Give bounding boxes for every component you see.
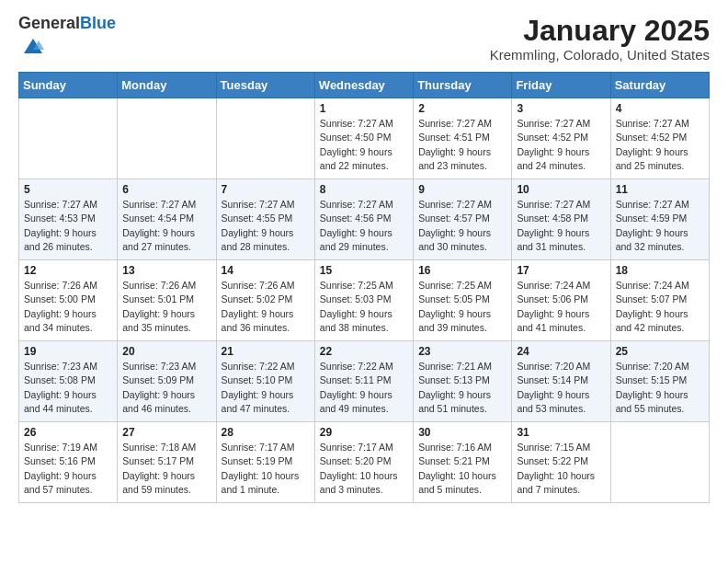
cell-daylight: Daylight: 9 hours and 38 minutes.	[320, 308, 392, 333]
cell-sunset: Sunset: 5:07 PM	[616, 293, 688, 304]
cell-daylight: Daylight: 9 hours and 32 minutes.	[616, 227, 688, 252]
cell-daylight: Daylight: 9 hours and 30 minutes.	[418, 227, 491, 252]
cell-date-number: 14	[222, 264, 310, 277]
cell-sunrise: Sunrise: 7:27 AM	[616, 118, 689, 129]
calendar-cell: 9Sunrise: 7:27 AMSunset: 4:57 PMDaylight…	[414, 179, 512, 260]
cell-daylight: Daylight: 10 hours and 3 minutes.	[320, 470, 398, 495]
cell-daylight: Daylight: 9 hours and 39 minutes.	[418, 308, 491, 333]
cell-sunset: Sunset: 4:50 PM	[320, 132, 392, 143]
calendar-cell: 22Sunrise: 7:22 AMSunset: 5:11 PMDayligh…	[314, 341, 413, 422]
weekday-header: Friday	[512, 73, 610, 98]
calendar-cell: 23Sunrise: 7:21 AMSunset: 5:13 PMDayligh…	[414, 341, 512, 422]
weekday-header: Monday	[118, 73, 216, 98]
cell-info: Sunrise: 7:20 AMSunset: 5:15 PMDaylight:…	[616, 360, 704, 416]
cell-sunrise: Sunrise: 7:27 AM	[616, 199, 689, 210]
cell-info: Sunrise: 7:23 AMSunset: 5:09 PMDaylight:…	[122, 360, 210, 416]
cell-sunset: Sunset: 5:03 PM	[320, 293, 392, 304]
cell-sunrise: Sunrise: 7:19 AM	[24, 442, 97, 453]
cell-info: Sunrise: 7:23 AMSunset: 5:08 PMDaylight:…	[24, 360, 112, 416]
cell-daylight: Daylight: 9 hours and 41 minutes.	[517, 308, 589, 333]
cell-info: Sunrise: 7:17 AMSunset: 5:19 PMDaylight:…	[222, 441, 310, 497]
header: GeneralBlue January 2025 Kremmling, Colo…	[18, 15, 710, 63]
cell-date-number: 23	[418, 345, 506, 358]
cell-info: Sunrise: 7:19 AMSunset: 5:16 PMDaylight:…	[24, 441, 112, 497]
cell-date-number: 4	[616, 102, 704, 115]
cell-sunrise: Sunrise: 7:25 AM	[418, 280, 492, 291]
calendar-cell: 31Sunrise: 7:15 AMSunset: 5:22 PMDayligh…	[512, 422, 610, 503]
calendar-cell	[216, 98, 314, 179]
cell-date-number: 20	[122, 345, 210, 358]
cell-daylight: Daylight: 9 hours and 27 minutes.	[122, 227, 195, 252]
cell-sunrise: Sunrise: 7:22 AM	[222, 361, 295, 372]
title-block: January 2025 Kremmling, Colorado, United…	[490, 15, 710, 63]
calendar-week-row: 19Sunrise: 7:23 AMSunset: 5:08 PMDayligh…	[19, 341, 710, 422]
cell-date-number: 30	[418, 426, 506, 439]
cell-daylight: Daylight: 9 hours and 53 minutes.	[517, 389, 589, 414]
cell-daylight: Daylight: 9 hours and 59 minutes.	[122, 470, 195, 495]
cell-info: Sunrise: 7:27 AMSunset: 4:53 PMDaylight:…	[24, 198, 112, 254]
cell-daylight: Daylight: 9 hours and 23 minutes.	[418, 146, 491, 171]
cell-sunrise: Sunrise: 7:23 AM	[122, 361, 196, 372]
logo-icon	[20, 33, 46, 59]
cell-daylight: Daylight: 9 hours and 34 minutes.	[24, 308, 97, 333]
cell-date-number: 1	[320, 102, 408, 115]
cell-sunset: Sunset: 5:19 PM	[222, 455, 293, 466]
weekday-header: Saturday	[610, 73, 709, 98]
cell-sunset: Sunset: 5:09 PM	[122, 374, 194, 385]
calendar-cell: 15Sunrise: 7:25 AMSunset: 5:03 PMDayligh…	[314, 260, 413, 341]
cell-date-number: 19	[24, 345, 112, 358]
cell-sunrise: Sunrise: 7:27 AM	[418, 199, 492, 210]
cell-sunrise: Sunrise: 7:27 AM	[24, 199, 97, 210]
cell-sunset: Sunset: 4:59 PM	[616, 213, 688, 224]
calendar-week-row: 1Sunrise: 7:27 AMSunset: 4:50 PMDaylight…	[19, 98, 710, 179]
cell-sunset: Sunset: 4:54 PM	[122, 213, 194, 224]
cell-date-number: 6	[122, 183, 210, 196]
cell-date-number: 29	[320, 426, 408, 439]
cell-sunset: Sunset: 4:52 PM	[616, 132, 688, 143]
cell-date-number: 5	[24, 183, 112, 196]
cell-daylight: Daylight: 9 hours and 28 minutes.	[222, 227, 294, 252]
calendar-cell: 2Sunrise: 7:27 AMSunset: 4:51 PMDaylight…	[414, 98, 512, 179]
cell-sunset: Sunset: 4:57 PM	[418, 213, 490, 224]
calendar-cell: 20Sunrise: 7:23 AMSunset: 5:09 PMDayligh…	[118, 341, 216, 422]
cell-sunset: Sunset: 5:06 PM	[517, 293, 588, 304]
cell-sunset: Sunset: 5:22 PM	[517, 455, 588, 466]
cell-info: Sunrise: 7:27 AMSunset: 4:52 PMDaylight:…	[616, 117, 704, 173]
cell-sunset: Sunset: 5:14 PM	[517, 374, 588, 385]
calendar-cell: 10Sunrise: 7:27 AMSunset: 4:58 PMDayligh…	[512, 179, 610, 260]
cell-sunset: Sunset: 4:58 PM	[517, 213, 588, 224]
cell-sunrise: Sunrise: 7:15 AM	[517, 442, 590, 453]
cell-sunrise: Sunrise: 7:21 AM	[418, 361, 492, 372]
cell-info: Sunrise: 7:17 AMSunset: 5:20 PMDaylight:…	[320, 441, 408, 497]
cell-sunrise: Sunrise: 7:16 AM	[418, 442, 492, 453]
cell-sunset: Sunset: 5:00 PM	[24, 293, 96, 304]
cell-daylight: Daylight: 9 hours and 31 minutes.	[517, 227, 589, 252]
cell-sunrise: Sunrise: 7:27 AM	[320, 199, 393, 210]
cell-daylight: Daylight: 9 hours and 25 minutes.	[616, 146, 688, 171]
cell-date-number: 12	[24, 264, 112, 277]
cell-sunset: Sunset: 5:10 PM	[222, 374, 293, 385]
cell-info: Sunrise: 7:26 AMSunset: 5:01 PMDaylight:…	[122, 279, 210, 335]
cell-sunset: Sunset: 5:15 PM	[616, 374, 688, 385]
cell-sunrise: Sunrise: 7:25 AM	[320, 280, 393, 291]
cell-sunset: Sunset: 5:17 PM	[122, 455, 194, 466]
calendar-cell	[19, 98, 118, 179]
page: GeneralBlue January 2025 Kremmling, Colo…	[0, 0, 728, 518]
cell-info: Sunrise: 7:22 AMSunset: 5:11 PMDaylight:…	[320, 360, 408, 416]
cell-date-number: 17	[517, 264, 605, 277]
calendar-cell: 19Sunrise: 7:23 AMSunset: 5:08 PMDayligh…	[19, 341, 118, 422]
cell-date-number: 7	[222, 183, 310, 196]
cell-date-number: 2	[418, 102, 506, 115]
cell-daylight: Daylight: 9 hours and 47 minutes.	[222, 389, 294, 414]
calendar-cell: 6Sunrise: 7:27 AMSunset: 4:54 PMDaylight…	[118, 179, 216, 260]
cell-sunrise: Sunrise: 7:26 AM	[122, 280, 196, 291]
calendar-cell: 17Sunrise: 7:24 AMSunset: 5:06 PMDayligh…	[512, 260, 610, 341]
cell-sunset: Sunset: 5:05 PM	[418, 293, 490, 304]
calendar-week-row: 26Sunrise: 7:19 AMSunset: 5:16 PMDayligh…	[19, 422, 710, 503]
cell-date-number: 10	[517, 183, 605, 196]
cell-sunset: Sunset: 5:13 PM	[418, 374, 490, 385]
cell-date-number: 22	[320, 345, 408, 358]
cell-info: Sunrise: 7:26 AMSunset: 5:00 PMDaylight:…	[24, 279, 112, 335]
calendar-cell: 16Sunrise: 7:25 AMSunset: 5:05 PMDayligh…	[414, 260, 512, 341]
cell-info: Sunrise: 7:27 AMSunset: 4:56 PMDaylight:…	[320, 198, 408, 254]
